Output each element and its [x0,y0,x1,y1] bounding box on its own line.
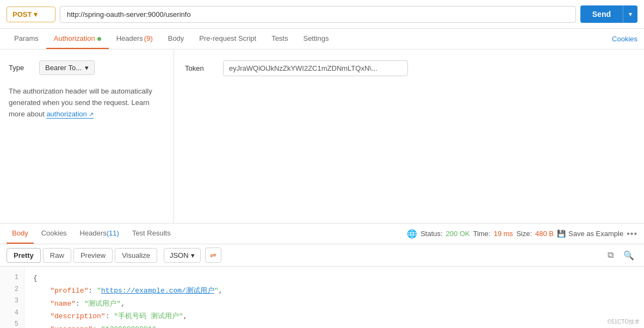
auth-panel: Type Bearer To... ▾ The authorization he… [0,49,644,224]
response-tabs-row: Body Cookies Headers(11) Test Results 🌐 … [0,224,644,244]
line-num-3: 3 [0,295,24,307]
wrap-icon: ⇌ [210,251,216,259]
line-numbers: 1 2 3 4 5 6 7 [0,267,24,328]
top-bar: POST ▾ Send ▾ [0,0,644,29]
wrap-button[interactable]: ⇌ [205,247,221,263]
save-example-button[interactable]: 💾 Save as Example [557,230,623,238]
tab-tests[interactable]: Tests [264,29,295,49]
token-input[interactable] [223,60,408,76]
line-num-4: 4 [0,307,24,319]
type-select[interactable]: Bearer To... ▾ [39,60,95,75]
type-row: Type Bearer To... ▾ [9,60,165,75]
globe-icon: 🌐 [407,229,417,239]
more-options-button[interactable]: ••• [627,229,637,239]
url-input[interactable] [60,6,576,23]
status-label: Status: [420,230,442,238]
type-select-value: Bearer To... [45,64,82,72]
type-chevron-icon: ▾ [85,64,89,72]
view-preview-button[interactable]: Preview [73,248,113,263]
tab-headers[interactable]: Headers(9) [109,29,160,49]
line-num-2: 2 [0,284,24,296]
status-value: 200 OK [446,230,470,238]
resp-tab-body[interactable]: Body [7,224,34,244]
tab-prerequest[interactable]: Pre-request Script [191,29,264,49]
tab-authorization[interactable]: Authorization [46,29,109,49]
time-label: Time: [473,230,491,238]
view-raw-button[interactable]: Raw [43,248,71,263]
token-label: Token [185,64,212,72]
search-button[interactable]: 🔍 [620,248,637,263]
code-area: 1 2 3 4 5 6 7 { "profile": "https://exam… [0,267,644,328]
response-area: Body Cookies Headers(11) Test Results 🌐 … [0,224,644,328]
response-status-row: 🌐 Status: 200 OK Time: 19 ms Size: 480 B… [407,229,637,239]
resp-tab-cookies[interactable]: Cookies [36,224,72,244]
size-value: 480 B [535,230,554,238]
view-visualize-button[interactable]: Visualize [115,248,157,263]
send-dropdown[interactable]: ▾ [623,5,637,23]
method-value: POST [13,10,32,18]
resp-tab-test-results[interactable]: Test Results [127,224,176,244]
type-label: Type [9,64,30,72]
size-label: Size: [516,230,532,238]
headers-badge: (9) [144,34,153,42]
auth-active-dot [97,37,101,41]
send-button-group: Send ▾ [580,5,637,23]
auth-right-panel: Token [174,49,644,223]
format-chevron-icon: ▾ [191,251,195,259]
resp-headers-badge: (11) [107,229,119,237]
send-button[interactable]: Send [580,5,623,23]
line-num-1: 1 [0,272,24,284]
view-pretty-button[interactable]: Pretty [7,248,41,263]
tab-params[interactable]: Params [7,29,46,49]
auth-left-panel: Type Bearer To... ▾ The authorization he… [0,49,174,223]
watermark: ©51CTO技术 [608,318,640,326]
format-select[interactable]: JSON ▾ [164,248,201,263]
method-chevron-icon: ▾ [34,10,49,18]
copy-button[interactable]: ⧉ [604,248,617,263]
auth-description: The authorization header will be automat… [9,86,165,120]
save-icon: 💾 [557,230,566,238]
tab-body[interactable]: Body [160,29,192,49]
cookies-link[interactable]: Cookies [612,35,637,43]
response-code[interactable]: { "profile": "https://example.com/测试用户",… [24,267,644,328]
tab-settings[interactable]: Settings [295,29,336,49]
response-view-toolbar: Pretty Raw Preview Visualize JSON ▾ ⇌ ⧉ … [0,244,644,267]
line-num-5: 5 [0,319,24,328]
request-tabs: Params Authorization Headers(9) Body Pre… [0,29,644,49]
auth-learn-more-link[interactable]: authorization [46,110,94,119]
toolbar-right-actions: ⧉ 🔍 [604,248,637,263]
resp-tab-headers[interactable]: Headers(11) [75,224,125,244]
format-value: JSON [170,251,189,259]
time-value: 19 ms [494,230,513,238]
method-select[interactable]: POST ▾ [7,7,55,22]
token-row: Token [185,60,633,76]
